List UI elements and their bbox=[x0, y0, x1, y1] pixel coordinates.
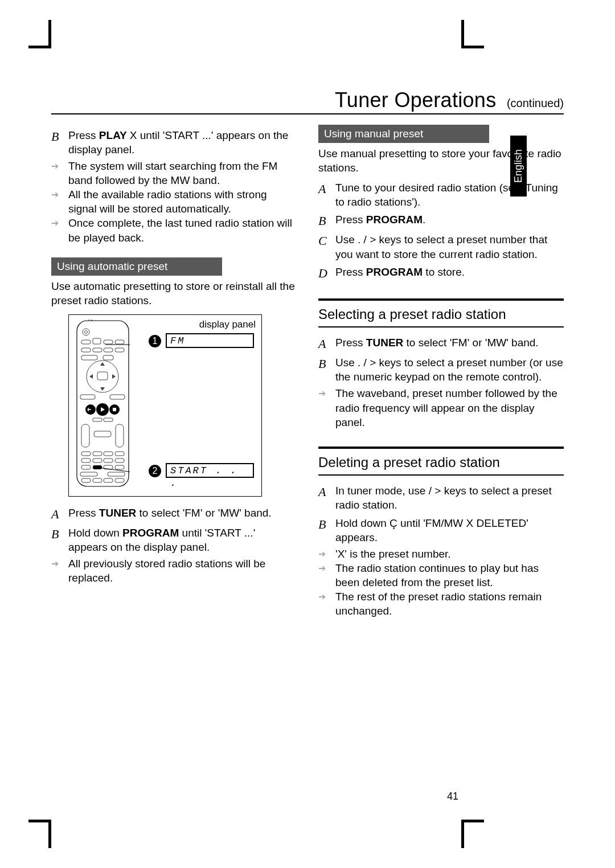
arrow-icon bbox=[51, 159, 68, 187]
text: In tuner mode, use / > keys to select a … bbox=[335, 484, 564, 512]
result-line: Once complete, the last tuned radio stat… bbox=[51, 216, 297, 244]
page-title: Tuner Operations bbox=[335, 88, 497, 112]
text: The rest of the preset radio stations re… bbox=[335, 589, 564, 618]
heading-text: Selecting a preset radio station bbox=[318, 305, 564, 327]
arrow-icon bbox=[318, 589, 335, 618]
remote-figure: display panel bbox=[68, 314, 262, 497]
text: Use . / > keys to select a preset number… bbox=[335, 232, 564, 261]
step-d: D Press PROGRAM to store. bbox=[318, 265, 564, 281]
section-intro: Use manual presetting to store your favo… bbox=[318, 146, 564, 175]
step-letter: B bbox=[318, 355, 335, 384]
text: Hold down bbox=[68, 527, 122, 539]
figure-label: display panel bbox=[199, 318, 256, 331]
text: Press bbox=[68, 507, 99, 519]
remote-illustration bbox=[76, 320, 130, 488]
arrow-icon bbox=[318, 386, 335, 429]
result-line: All previously stored radio stations wil… bbox=[51, 556, 297, 585]
text: to select 'FM' or 'MW' band. bbox=[136, 507, 271, 519]
text: Press bbox=[68, 129, 99, 141]
step-letter: C bbox=[318, 232, 335, 261]
step-a: A Tune to your desired radio station (se… bbox=[318, 181, 564, 209]
text: to store. bbox=[423, 266, 465, 278]
arrow-icon bbox=[318, 547, 335, 561]
step-letter: A bbox=[318, 484, 335, 512]
result-line: The waveband, preset number followed by … bbox=[318, 386, 564, 429]
section-intro: Use automatic presetting to store or rei… bbox=[51, 279, 297, 308]
crop-mark bbox=[48, 820, 51, 848]
result-line: All the available radio stations with st… bbox=[51, 187, 297, 216]
step-b: B Hold down Ç until 'FM/MW X DELETED' ap… bbox=[318, 516, 564, 544]
left-column: B Press PLAY X until 'START ...' appears… bbox=[51, 125, 297, 618]
crop-mark bbox=[28, 820, 51, 822]
svg-rect-35 bbox=[93, 465, 102, 469]
step-a: A Press TUNER to select 'FM' or 'MW' ban… bbox=[318, 335, 564, 352]
callout-number-1: 1 bbox=[149, 335, 161, 347]
arrow-icon bbox=[51, 216, 68, 244]
step-body: Press TUNER to select 'FM' or 'MW' band. bbox=[68, 506, 297, 522]
arrow-icon bbox=[51, 187, 68, 216]
step-b: B Press PROGRAM. bbox=[318, 212, 564, 229]
step-a: A In tuner mode, use / > keys to select … bbox=[318, 484, 564, 512]
text: The system will start searching from the… bbox=[68, 159, 297, 187]
step-letter: B bbox=[318, 516, 335, 544]
button-label: TUNER bbox=[99, 507, 136, 519]
text: Hold down Ç until 'FM/MW X DELETED' appe… bbox=[335, 516, 564, 544]
text: Press bbox=[335, 214, 366, 226]
section-heading-deleting: Deleting a preset radio station bbox=[318, 447, 564, 476]
svg-rect-20 bbox=[113, 408, 116, 411]
callout-number-2: 2 bbox=[149, 465, 161, 477]
button-label: PROGRAM bbox=[366, 214, 423, 226]
display-readout-1: FM bbox=[166, 333, 254, 348]
result-line: The rest of the preset radio stations re… bbox=[318, 589, 564, 618]
content-columns: B Press PLAY X until 'START ...' appears… bbox=[51, 125, 564, 618]
step-letter: B bbox=[318, 212, 335, 229]
page-number: 41 bbox=[447, 791, 458, 803]
step-a: A Press TUNER to select 'FM' or 'MW' ban… bbox=[51, 506, 297, 522]
step-letter: D bbox=[318, 265, 335, 281]
button-label: PROGRAM bbox=[366, 266, 423, 278]
text: The radio station continues to play but … bbox=[335, 561, 564, 589]
step-body: Hold down PROGRAM until 'START ...' appe… bbox=[68, 526, 297, 554]
section-box-auto-preset: Using automatic preset bbox=[51, 257, 222, 276]
page-title-continued: (continued) bbox=[507, 97, 564, 109]
text: Press bbox=[335, 337, 366, 349]
section-heading-selecting: Selecting a preset radio station bbox=[318, 298, 564, 328]
step-letter: A bbox=[51, 506, 68, 522]
step-letter: B bbox=[51, 128, 68, 157]
step-b: B Press PLAY X until 'START ...' appears… bbox=[51, 128, 297, 157]
arrow-icon bbox=[318, 561, 335, 589]
text: . bbox=[423, 214, 425, 226]
language-tab: English bbox=[510, 136, 527, 196]
step-b: B Use . / > keys to select a preset numb… bbox=[318, 355, 564, 384]
step-letter: A bbox=[318, 181, 335, 209]
manual-page: English Tuner Operations (continued) B P… bbox=[0, 0, 615, 868]
crop-mark bbox=[48, 20, 51, 48]
button-label: PROGRAM bbox=[122, 527, 179, 539]
section-box-manual-preset: Using manual preset bbox=[318, 125, 489, 143]
crop-mark bbox=[28, 46, 51, 48]
text: Use . / > keys to select a preset number… bbox=[335, 355, 564, 384]
button-label: TUNER bbox=[366, 337, 403, 349]
page-header: Tuner Operations (continued) bbox=[51, 88, 564, 114]
text: 'X' is the preset number. bbox=[335, 547, 451, 561]
step-letter: A bbox=[318, 335, 335, 352]
text: All the available radio stations with st… bbox=[68, 187, 297, 216]
result-line: The system will start searching from the… bbox=[51, 159, 297, 187]
text: to select 'FM' or 'MW' band. bbox=[403, 337, 538, 349]
button-label: PLAY bbox=[99, 129, 130, 141]
arrow-icon bbox=[51, 556, 68, 585]
text: Once complete, the last tuned radio stat… bbox=[68, 216, 297, 244]
step-body: Press TUNER to select 'FM' or 'MW' band. bbox=[335, 335, 564, 352]
text: The waveband, preset number followed by … bbox=[335, 386, 564, 429]
crop-mark bbox=[461, 820, 464, 848]
result-line: 'X' is the preset number. bbox=[318, 547, 564, 561]
result-line: The radio station continues to play but … bbox=[318, 561, 564, 589]
display-readout-2: START . . . bbox=[166, 463, 254, 478]
step-letter: B bbox=[51, 526, 68, 554]
step-body: Press PROGRAM. bbox=[335, 212, 564, 229]
step-c: C Use . / > keys to select a preset numb… bbox=[318, 232, 564, 261]
text: Tune to your desired radio station (see … bbox=[335, 181, 564, 209]
crop-mark bbox=[461, 820, 484, 822]
step-body: Press PROGRAM to store. bbox=[335, 265, 564, 281]
crop-mark bbox=[461, 20, 464, 48]
